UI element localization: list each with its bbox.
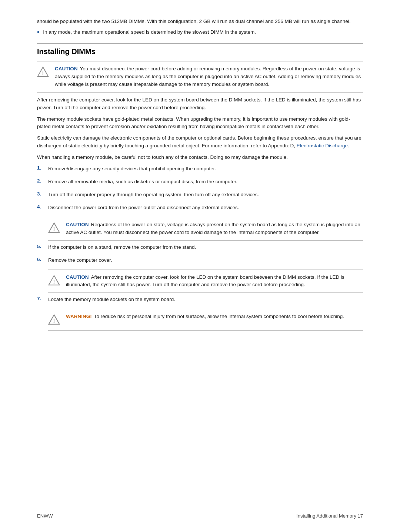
body-text-3: Static electricity can damage the electr… bbox=[37, 134, 363, 150]
footer-right: Installing Additional Memory 17 bbox=[296, 513, 363, 519]
step-content-5: If the computer is on a stand, remove th… bbox=[48, 244, 363, 251]
caution-label-3: CAUTION bbox=[66, 274, 89, 280]
step-7: 7. Locate the memory module sockets on t… bbox=[37, 296, 363, 304]
caution-triangle-icon-2: ! bbox=[48, 222, 62, 235]
step-content-7: Locate the memory module sockets on the … bbox=[48, 296, 363, 304]
step-6: 6. Remove the computer cover. bbox=[37, 257, 363, 264]
caution-body-2: CAUTIONRegardless of the power-on state,… bbox=[66, 221, 363, 237]
step-num-6: 6. bbox=[37, 257, 48, 262]
step-content-4: Disconnect the power cord from the power… bbox=[48, 204, 363, 212]
step-content-3: Turn off the computer properly through t… bbox=[48, 191, 363, 199]
step-num-5: 5. bbox=[37, 244, 48, 249]
intro-text1: should be populated with the two 512MB D… bbox=[37, 18, 363, 26]
warning-text-1: To reduce risk of personal injury from h… bbox=[94, 314, 344, 319]
bullet-text-1: In any mode, the maximum operational spe… bbox=[43, 29, 256, 35]
body-text-2: The memory module sockets have gold-plat… bbox=[37, 116, 363, 131]
step-num-2: 2. bbox=[37, 178, 48, 184]
step-4: 4. Disconnect the power cord from the po… bbox=[37, 204, 363, 212]
bullet-item-1: • In any mode, the maximum operational s… bbox=[37, 29, 363, 36]
step-content-1: Remove/disengage any security devices th… bbox=[48, 165, 363, 173]
warning-triangle-icon-1: ! bbox=[48, 314, 62, 327]
svg-text:!: ! bbox=[53, 318, 55, 324]
step-content-2: Remove all removable media, such as disk… bbox=[48, 178, 363, 186]
step-num-7: 7. bbox=[37, 296, 48, 301]
steps-list: 1. Remove/disengage any security devices… bbox=[37, 165, 363, 331]
caution-body-1: CAUTIONYou must disconnect the power cor… bbox=[55, 65, 363, 88]
svg-text:!: ! bbox=[42, 70, 44, 76]
page-footer: ENWW Installing Additional Memory 17 bbox=[0, 510, 400, 519]
electrostatic-discharge-link[interactable]: Electrostatic Discharge bbox=[297, 143, 348, 148]
caution-text-2: Regardless of the power-on state, voltag… bbox=[66, 222, 360, 235]
step-num-3: 3. bbox=[37, 191, 48, 197]
caution-triangle-icon-3: ! bbox=[48, 274, 62, 287]
step-3: 3. Turn off the computer properly throug… bbox=[37, 191, 363, 199]
warning-block-1: ! WARNING!To reduce risk of personal inj… bbox=[48, 309, 363, 331]
warning-label-1: WARNING! bbox=[66, 314, 92, 319]
step-2: 2. Remove all removable media, such as d… bbox=[37, 178, 363, 186]
caution-body-3: CAUTIONAfter removing the computer cover… bbox=[66, 274, 363, 289]
warning-body-1: WARNING!To reduce risk of personal injur… bbox=[66, 313, 363, 321]
caution-block-1: ! CAUTIONYou must disconnect the power c… bbox=[37, 61, 363, 93]
body3-part2: . bbox=[348, 143, 349, 148]
step-5: 5. If the computer is on a stand, remove… bbox=[37, 244, 363, 251]
step-1: 1. Remove/disengage any security devices… bbox=[37, 165, 363, 173]
section-title: Installing DIMMs bbox=[37, 43, 363, 56]
step-num-1: 1. bbox=[37, 165, 48, 171]
body-text-4: When handling a memory module, be carefu… bbox=[37, 154, 363, 161]
bullet-dot: • bbox=[37, 29, 39, 36]
step-num-4: 4. bbox=[37, 204, 48, 210]
caution-label-1: CAUTION bbox=[55, 66, 78, 71]
body-text-1: After removing the computer cover, look … bbox=[37, 96, 363, 112]
svg-text:!: ! bbox=[53, 278, 55, 284]
footer-left: ENWW bbox=[37, 513, 53, 519]
caution-triangle-icon-1: ! bbox=[37, 66, 51, 79]
caution-block-2: ! CAUTIONRegardless of the power-on stat… bbox=[48, 217, 363, 241]
step-content-6: Remove the computer cover. bbox=[48, 257, 363, 264]
caution-text-1: You must disconnect the power cord befor… bbox=[55, 66, 361, 87]
caution-label-2: CAUTION bbox=[66, 222, 89, 227]
caution-block-3: ! CAUTIONAfter removing the computer cov… bbox=[48, 270, 363, 293]
svg-text:!: ! bbox=[53, 226, 55, 232]
caution-text-3: After removing the computer cover, look … bbox=[66, 274, 344, 288]
